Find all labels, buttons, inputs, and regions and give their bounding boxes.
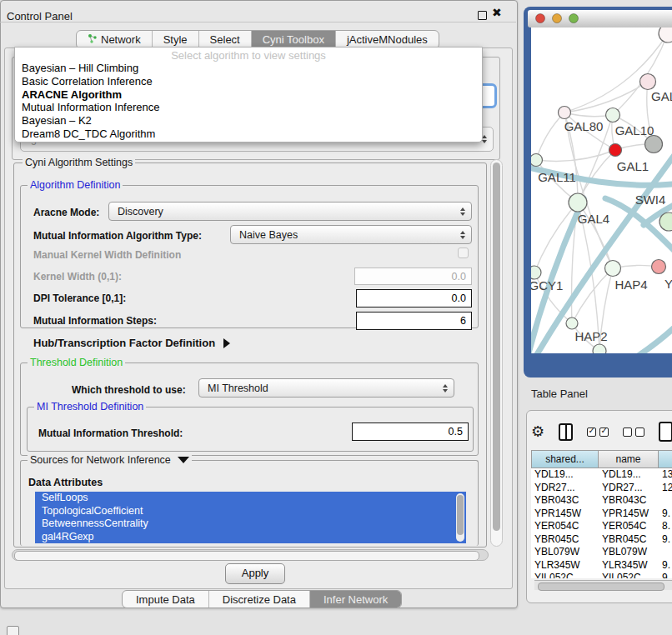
spinner-arrows-icon: [460, 231, 465, 239]
mi-algorithm-type-label: Mutual Information Algorithm Type:: [33, 230, 202, 242]
spinner-arrows-icon: [460, 208, 465, 216]
sources-group-title: Sources for Network Inference: [28, 454, 192, 466]
deselect-all-icon[interactable]: [623, 428, 644, 437]
aracne-mode-value: Discovery: [118, 206, 163, 218]
network-node-label: Y: [664, 277, 672, 291]
table-row[interactable]: YLR345WYLR345W9.: [531, 559, 672, 572]
dpi-tolerance-input[interactable]: [356, 289, 472, 308]
table-cell: 13: [662, 468, 672, 482]
table-cell: YDL19...: [602, 468, 641, 482]
mi-threshold-input[interactable]: [352, 422, 469, 441]
tab-cyni-toolbox[interactable]: Cyni Toolbox: [252, 31, 336, 48]
tab-label: Network: [101, 33, 141, 46]
spinner-arrows-icon: [443, 384, 448, 392]
dropdown-item[interactable]: Basic Correlation Inference: [15, 75, 482, 88]
network-window-titlebar[interactable]: [528, 10, 672, 28]
table-row[interactable]: YDL19...YDL19...13: [531, 468, 672, 482]
mi-threshold-group-title: MI Threshold Definition: [34, 401, 146, 412]
table-row[interactable]: YDR27...YDR27...12: [531, 482, 672, 495]
column-header-shared...[interactable]: shared...: [531, 450, 599, 468]
tab-style[interactable]: Style: [153, 31, 199, 48]
network-node-label: GAL10: [615, 123, 654, 138]
tab-jactivemnodules[interactable]: jActiveMNodules: [336, 31, 439, 48]
settings-horizontal-scrollbar[interactable]: [12, 549, 489, 561]
attribute-item[interactable]: TopologicalCoefficient: [35, 505, 466, 518]
table-cell: 9.: [662, 572, 670, 578]
float-window-icon[interactable]: [478, 11, 487, 20]
minimized-panel-icon[interactable]: [7, 626, 19, 635]
close-icon[interactable]: ✖: [492, 6, 502, 19]
settings-vertical-scrollbar[interactable]: [490, 159, 503, 547]
mi-steps-input[interactable]: [356, 312, 472, 330]
table-row[interactable]: YBR043CYBR043C: [531, 494, 672, 508]
network-node-GAL4[interactable]: [569, 193, 587, 212]
collapsed-arrow-icon: [223, 338, 230, 348]
dropdown-item[interactable]: ARACNE Algorithm: [15, 88, 482, 102]
attributes-list-scrollbar[interactable]: [456, 493, 464, 542]
network-node-GAL10[interactable]: [606, 108, 620, 122]
bottom-tab-discretize-data[interactable]: Discretize Data: [209, 591, 310, 608]
table-row[interactable]: YIL052CYIL052C9.: [531, 572, 672, 578]
table-cell: 9.: [662, 508, 670, 521]
table-cell: 9.: [662, 533, 670, 547]
attribute-item[interactable]: gal4RGexp: [35, 531, 466, 544]
table-cell: YBR045C: [602, 533, 646, 547]
table-row[interactable]: YBR045CYBR045C9.: [531, 533, 672, 547]
mi-threshold-label: Mutual Information Threshold:: [38, 428, 183, 439]
attribute-item[interactable]: SelfLoops: [35, 492, 466, 505]
mi-steps-label: Mutual Information Steps:: [33, 315, 157, 327]
table-cell: YBR043C: [602, 494, 646, 508]
dropdown-item[interactable]: Bayesian – Hill Climbing: [15, 62, 482, 75]
network-node-Y[interactable]: [652, 260, 666, 274]
table-cell: 8.: [662, 520, 670, 533]
table-cell: YBR043C: [534, 494, 579, 508]
network-node-GAL1[interactable]: [609, 144, 622, 157]
column-header-name[interactable]: name: [599, 450, 659, 468]
table-row[interactable]: YER054CYER054C8.: [531, 520, 672, 533]
kernel-width-input[interactable]: [354, 268, 472, 285]
gear-icon[interactable]: ⚙: [531, 424, 544, 439]
attribute-item[interactable]: BetweennessCentrality: [35, 518, 466, 531]
aracne-mode-combo[interactable]: Discovery: [108, 202, 472, 221]
network-node-GAL80[interactable]: [559, 107, 571, 119]
expanded-arrow-icon: [178, 457, 189, 463]
split-view-icon[interactable]: [559, 423, 573, 441]
network-icon: [88, 33, 98, 46]
hub-definition-toggle[interactable]: Hub/Transcription Factor Definition: [33, 337, 230, 349]
partial-toolbar-icon[interactable]: [659, 422, 672, 442]
network-node-GAL[interactable]: [640, 74, 656, 90]
control-panel-titlebar[interactable]: [0, 0, 516, 22]
which-threshold-combo[interactable]: MI Threshold: [198, 378, 454, 398]
dropdown-item[interactable]: Dream8 DC_TDC Algorithm: [15, 128, 482, 141]
threshold-definition-title: Threshold Definition: [28, 357, 125, 368]
dropdown-prompt: Select algorithm to view settings: [15, 49, 482, 62]
network-view-window[interactable]: GALGAL80GAL10GAL1GAL11GAL4SWI4HAP4YGCY1H…: [524, 7, 672, 379]
table-row[interactable]: YPR145WYPR145W9.: [531, 508, 672, 521]
close-traffic-light[interactable]: [536, 14, 545, 23]
tab-select[interactable]: Select: [199, 31, 252, 48]
table-horizontal-scrollbar[interactable]: [534, 580, 672, 590]
table-rows: YDL19...YDL19...13YDR27...YDR27...12YBR0…: [531, 468, 672, 578]
zoom-traffic-light[interactable]: [569, 14, 579, 23]
table-cell: YDL19...: [534, 468, 574, 482]
column-header-extra[interactable]: [659, 450, 672, 468]
minimize-traffic-light[interactable]: [553, 14, 562, 23]
select-all-icon[interactable]: [587, 428, 609, 437]
manual-kernel-width-checkbox[interactable]: [458, 248, 469, 258]
apply-button[interactable]: Apply: [225, 563, 285, 584]
dropdown-item[interactable]: Bayesian – K2: [15, 114, 482, 128]
table-cell: YER054C: [602, 520, 646, 533]
bottom-tab-impute-data[interactable]: Impute Data: [123, 591, 209, 608]
table-cell: 12: [662, 482, 672, 495]
network-node-HAP4[interactable]: [605, 261, 621, 277]
network-node[interactable]: [645, 136, 663, 153]
dpi-tolerance-label: DPI Tolerance [0,1]:: [33, 292, 126, 304]
table-row[interactable]: YBL079WYBL079W: [531, 546, 672, 559]
network-node-GAL11[interactable]: [530, 154, 543, 167]
tab-network[interactable]: Network: [77, 31, 153, 48]
network-node-label: SWI4: [635, 192, 666, 207]
bottom-tab-infer-network[interactable]: Infer Network: [310, 591, 401, 608]
mi-algorithm-type-combo[interactable]: Naive Bayes: [230, 225, 472, 244]
network-node-HAP2[interactable]: [566, 318, 578, 329]
dropdown-item[interactable]: Mutual Information Inference: [15, 101, 482, 114]
